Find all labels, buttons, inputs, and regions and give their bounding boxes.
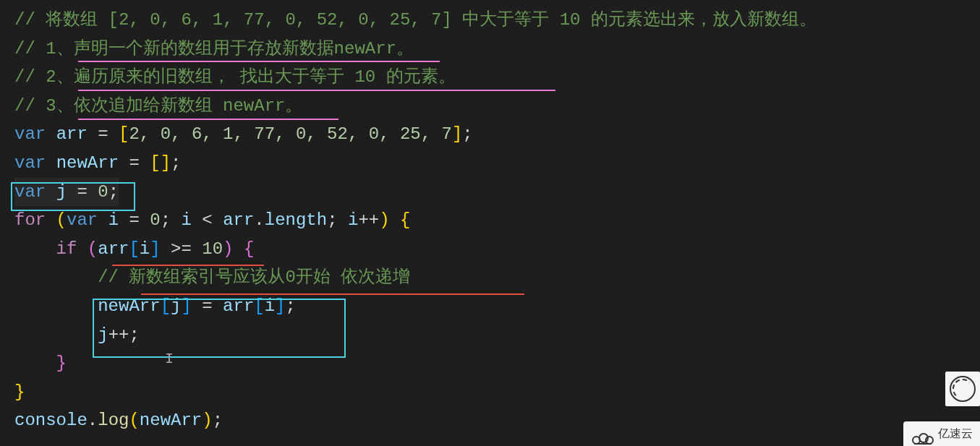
annotation-underline-comment: [141, 293, 524, 295]
cloud-icon: [911, 426, 934, 441]
annotation-box-var-j: [11, 182, 135, 211]
code-line-4: // 3、依次追加给新数组 newArr。: [14, 92, 966, 121]
code-editor[interactable]: // 将数组 [2, 0, 6, 1, 77, 0, 52, 0, 25, 7]…: [14, 6, 966, 435]
annotation-underline-3: [78, 119, 338, 120]
code-line-3: // 2、遍历原来的旧数组， 找出大于等于 10 的元素。: [14, 63, 966, 92]
annotation-underline-2: [78, 90, 555, 91]
code-line-15: console.log(newArr);: [14, 406, 966, 435]
code-line-2: // 1、声明一个新的数组用于存放新数据newArr。: [14, 35, 966, 64]
annotation-box-assignment: [93, 299, 346, 358]
text-cursor-icon: I: [165, 347, 174, 371]
annotation-underline-1: [78, 61, 440, 62]
code-line-5: var arr = [2, 0, 6, 1, 77, 0, 52, 0, 25,…: [14, 120, 966, 149]
code-line-10: // 新数组索引号应该从0开始 依次递增: [14, 263, 966, 292]
watermark-text: 亿速云: [938, 424, 973, 443]
code-line-1: // 将数组 [2, 0, 6, 1, 77, 0, 52, 0, 25, 7]…: [14, 6, 966, 35]
code-line-6: var newArr = [];: [14, 149, 966, 178]
code-line-9: if (arr[i] >= 10) {: [14, 235, 966, 264]
annotation-underline-condition: [112, 265, 264, 266]
code-line-14: }: [14, 378, 966, 407]
watermark-brand: 亿速云: [903, 421, 980, 446]
code-line-8: for (var i = 0; i < arr.length; i++) {: [14, 206, 966, 235]
watermark-logo-1: [945, 372, 980, 406]
